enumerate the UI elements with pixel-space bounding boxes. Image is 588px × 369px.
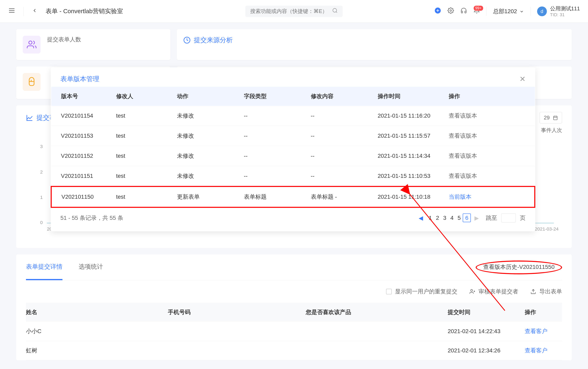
view-version-link[interactable]: 查看该版本 [449,173,477,179]
tabs: 表单提交详情 选项统计 [26,255,103,280]
org-label-text: 总部1202 [493,8,517,14]
next-page-icon[interactable]: ▶ [474,215,480,221]
th-field-type: 字段类型 [240,87,307,106]
version-table: 版本号 修改人 动作 字段类型 修改内容 操作时间 操作 V202101154t… [51,87,535,208]
top-header: 表单 - Convertlab营销实验室 99+ 总部1202 d [0,0,588,23]
source-analysis-card: 提交来源分析 [177,29,572,60]
notification-badge: 99+ [474,6,483,11]
show-duplicates-toggle[interactable]: 显示同一用户的重复提交 [386,288,457,295]
record-count: 51 - 55 条记录，共 55 条 [61,214,123,222]
header-right: 99+ 总部1202 d 公用测试111 TID: 31 [435,5,580,17]
page-suffix: 页 [520,214,526,222]
user-name: 公用测试111 [550,5,580,12]
divider [23,7,24,16]
view-version-link[interactable]: 查看该版本 [449,133,477,139]
table-row: V202101153test未修改----2021-01-15 11:15:57… [51,126,535,146]
table-row: V202101151test未修改----2021-01-15 11:10:53… [51,166,535,186]
svg-point-6 [450,10,452,11]
svg-point-33 [471,289,472,291]
svg-text:1: 1 [40,195,43,200]
people-icon [23,36,41,53]
jump-input[interactable] [501,214,516,222]
org-selector[interactable]: 总部1202 [493,8,524,15]
show-dup-label: 显示同一用户的重复提交 [395,288,457,295]
view-customer-link[interactable]: 查看客户 [525,347,547,354]
page-number[interactable]: 2 [434,214,441,222]
table-row: 虹树2021-02-01 12:34:26查看客户 [26,341,562,360]
modal-footer: 51 - 55 条记录，共 55 条 ◀ 123456 ▶ 跳至 页 [51,208,535,231]
svg-point-7 [29,41,32,44]
submit-count-card: 提交表单人数 [16,29,170,60]
user-text: 公用测试111 TID: 31 [550,5,580,17]
toolbar: 显示同一用户的重复提交 审核表单提交者 导出表单 [26,280,562,303]
svg-text:2021-03-24: 2021-03-24 [535,226,559,232]
table-row: V202101154test未修改----2021-01-15 11:16:20… [51,106,535,126]
touch-icon [23,73,41,91]
col-likes: 您是否喜欢该产品 [306,303,448,322]
prev-page-icon[interactable]: ◀ [418,215,424,221]
th-time: 操作时间 [374,87,445,106]
tab-details[interactable]: 表单提交详情 [26,255,62,280]
th-version: 版本号 [51,87,112,106]
checkbox-icon [386,289,392,294]
jump-label: 跳至 [486,214,497,222]
bell-icon[interactable]: 99+ [473,7,480,15]
page-number[interactable]: 6 [463,214,471,222]
svg-text:2: 2 [40,169,43,174]
page-number[interactable]: 4 [448,214,456,222]
user-info[interactable]: d 公用测试111 TID: 31 [537,5,580,17]
submit-count-label: 提交表单人数 [47,36,81,43]
close-icon[interactable]: ✕ [519,75,526,83]
headset-icon[interactable] [460,7,467,15]
date-range-picker[interactable]: 29 [539,112,562,123]
avatar: d [537,7,547,16]
col-name: 姓名 [26,303,168,322]
back-icon[interactable] [32,8,38,15]
page-number[interactable]: 1 [427,214,434,222]
audit-label: 审核表单提交者 [478,288,518,295]
version-history-link[interactable]: 查看版本历史-V2021011550 [476,261,562,274]
tabs-card: 表单提交详情 选项统计 查看版本历史-V2021011550 显示同一用户的重复… [16,255,572,360]
view-version-link[interactable]: 查看该版本 [449,113,477,119]
divider [530,7,531,16]
date-range-text: 29 [544,114,550,121]
page-number[interactable]: 3 [441,214,448,222]
pagination: ◀ 123456 ▶ 跳至 页 [418,214,526,222]
calendar-icon [553,115,558,120]
th-action: 动作 [173,87,240,106]
col-op: 操作 [525,303,562,322]
table-row: V202101150test更新表单表单标题表单标题 -2021-01-15 1… [51,186,535,207]
svg-point-3 [333,9,337,12]
th-modifier: 修改人 [112,87,173,106]
add-icon[interactable] [435,7,441,15]
export-icon [530,289,536,294]
main-content: 提交表单人数 提交来源分析 提交事 29 [0,23,588,367]
page-number[interactable]: 5 [456,214,463,222]
breadcrumb: 表单 - Convertlab营销实验室 [46,7,123,15]
clock-icon [183,37,191,44]
search-input[interactable] [250,8,332,14]
gear-icon[interactable] [447,7,454,15]
view-version-link[interactable]: 查看该版本 [449,153,477,159]
table-row: 小小C2021-02-01 14:22:43查看客户 [26,322,562,341]
top-cards-row-1: 提交表单人数 提交来源分析 [16,29,572,60]
audit-button[interactable]: 审核表单提交者 [470,288,518,295]
user-tid: TID: 31 [550,12,565,17]
modal-title: 表单版本管理 [61,75,99,83]
view-version-link[interactable]: 当前版本 [449,194,471,200]
source-analysis-title-text: 提交来源分析 [194,36,233,45]
header-left: 表单 - Convertlab营销实验室 [8,7,123,16]
svg-text:3: 3 [40,144,43,149]
export-button[interactable]: 导出表单 [530,288,562,295]
modal-header: 表单版本管理 ✕ [51,67,535,87]
menu-icon[interactable] [8,7,15,16]
tabs-header: 表单提交详情 选项统计 查看版本历史-V2021011550 [26,255,562,280]
search-bar[interactable] [245,6,343,17]
view-customer-link[interactable]: 查看客户 [525,328,547,334]
tab-stats[interactable]: 选项统计 [79,255,103,280]
col-phone: 手机号码 [168,303,306,322]
svg-rect-9 [554,116,557,120]
audit-icon [470,289,475,294]
chart-icon [26,114,33,122]
svg-line-4 [336,11,337,13]
